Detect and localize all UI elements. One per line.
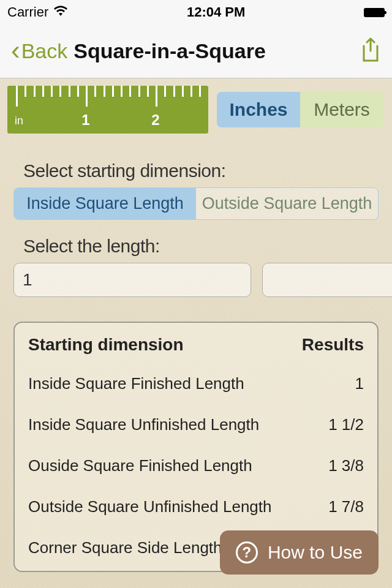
result-label: Ouside Square Finished Length <box>28 456 252 475</box>
ruler-tick <box>77 86 79 97</box>
length-prompt: Select the length: <box>23 236 379 257</box>
inside-square-option[interactable]: Inside Square Length <box>14 188 196 219</box>
result-label: Outside Square Unfinished Length <box>28 497 272 516</box>
ruler-tick <box>94 86 96 97</box>
how-to-use-label: How to Use <box>268 542 363 563</box>
result-value: 1 1/2 <box>328 415 364 434</box>
result-label: Inside Square Unfinished Length <box>28 415 259 434</box>
how-to-use-button[interactable]: ? How to Use <box>220 530 379 575</box>
ruler[interactable]: in 1 2 <box>7 86 208 134</box>
unit-inches[interactable]: Inches <box>217 92 300 127</box>
table-row: Inside Square Unfinished Length1 1/2 <box>28 404 364 445</box>
ruler-tick <box>121 86 123 97</box>
ruler-tick <box>24 86 26 97</box>
result-value: 1 7/8 <box>328 497 364 516</box>
outside-square-option[interactable]: Outside Square Length <box>196 188 378 219</box>
ruler-tick <box>129 86 131 97</box>
results-header-right: Results <box>302 335 364 355</box>
battery-icon <box>364 8 385 17</box>
ruler-tick <box>208 86 209 97</box>
ruler-tick <box>42 86 44 97</box>
result-label: Corner Square Side Length <box>28 538 222 557</box>
nav-bar: ‹ Back Square-in-a-Square <box>0 24 392 78</box>
results-header-left: Starting dimension <box>28 335 184 355</box>
ruler-tick <box>112 86 114 97</box>
carrier-label: Carrier <box>7 4 48 20</box>
ruler-tick <box>34 86 36 97</box>
clock: 12:04 PM <box>187 4 245 20</box>
table-row: Ouside Square Finished Length1 3/8 <box>28 445 364 486</box>
chevron-left-icon: ‹ <box>11 37 20 64</box>
ruler-tick <box>173 86 175 97</box>
table-row: Inside Square Finished Length1 <box>28 363 364 404</box>
back-label: Back <box>21 39 68 63</box>
table-row: Outside Square Unfinished Length1 7/8 <box>28 486 364 527</box>
ruler-tick <box>51 86 53 97</box>
status-bar: Carrier 12:04 PM <box>0 0 392 24</box>
ruler-tick <box>147 86 149 97</box>
ruler-tick <box>16 86 18 107</box>
ruler-tick <box>69 86 70 97</box>
ruler-unit-label: in <box>15 115 23 127</box>
share-icon <box>360 37 381 63</box>
ruler-mark-1: 1 <box>81 111 89 129</box>
ruler-tick <box>104 86 105 97</box>
ruler-mark-2: 2 <box>151 111 159 129</box>
page-title: Square-in-a-Square <box>74 39 266 63</box>
result-value: 1 3/8 <box>328 456 364 475</box>
share-button[interactable] <box>360 37 381 66</box>
unit-meters[interactable]: Meters <box>300 92 383 127</box>
length-whole-input[interactable] <box>13 263 251 297</box>
ruler-tick <box>182 86 184 97</box>
ruler-tick <box>199 86 201 97</box>
starting-dimension-prompt: Select starting dimension: <box>23 160 379 181</box>
length-fraction-input[interactable] <box>262 263 392 297</box>
unit-segmented: Inches Meters <box>217 92 383 127</box>
result-label: Inside Square Finished Length <box>28 374 244 393</box>
ruler-tick <box>156 86 157 107</box>
question-icon: ? <box>236 541 258 564</box>
dimension-segmented: Inside Square Length Outside Square Leng… <box>13 187 379 220</box>
ruler-tick <box>138 86 140 97</box>
wifi-icon <box>53 4 68 20</box>
ruler-tick <box>190 86 192 97</box>
ruler-tick <box>59 86 61 97</box>
back-button[interactable]: ‹ Back <box>11 39 67 64</box>
ruler-tick <box>86 86 88 107</box>
ruler-tick <box>164 86 166 97</box>
result-value: 1 <box>355 374 364 393</box>
